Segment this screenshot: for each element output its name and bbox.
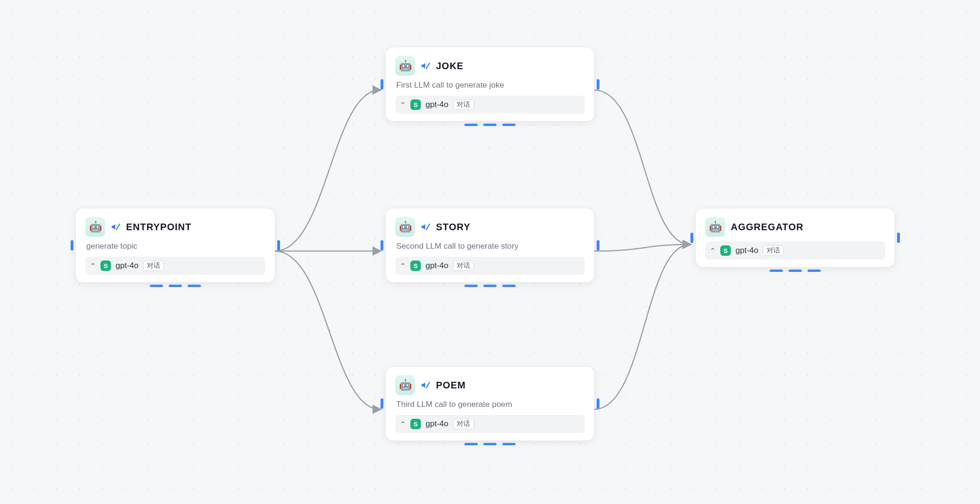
robot-icon: 🤖 bbox=[395, 375, 415, 395]
node-aggregator[interactable]: 🤖 AGGREGATOR ⌃ S gpt-4o 对话 bbox=[696, 208, 895, 267]
chevron-up-icon: ⌃ bbox=[399, 420, 406, 428]
chevron-up-icon: ⌃ bbox=[90, 262, 96, 270]
edge-joke-agg bbox=[594, 90, 690, 244]
handle-out[interactable] bbox=[597, 240, 599, 251]
svg-line-3 bbox=[426, 382, 430, 388]
model-mode-badge: 对话 bbox=[763, 245, 784, 256]
chevron-up-icon: ⌃ bbox=[399, 262, 406, 270]
node-title: POEM bbox=[436, 380, 466, 391]
model-mode-badge: 对话 bbox=[453, 261, 474, 271]
speaker-mute-icon bbox=[421, 380, 430, 390]
resize-handle[interactable] bbox=[464, 285, 516, 287]
model-name: gpt-4o bbox=[426, 100, 448, 109]
openai-icon: S bbox=[720, 245, 731, 256]
speaker-mute-icon bbox=[421, 222, 430, 232]
handle-out[interactable] bbox=[597, 79, 599, 90]
node-entrypoint[interactable]: 🤖 ENTRYPOINT generate topic ⌃ S gpt-4o 对… bbox=[76, 208, 275, 282]
node-description: First LLM call to generate joke bbox=[396, 81, 585, 90]
edge-entry-joke bbox=[275, 90, 380, 251]
node-title: AGGREGATOR bbox=[731, 222, 804, 233]
svg-line-2 bbox=[426, 224, 430, 230]
node-header: 🤖 STORY bbox=[395, 217, 585, 237]
node-description: generate topic bbox=[86, 242, 265, 251]
robot-icon: 🤖 bbox=[395, 217, 415, 237]
model-pill[interactable]: ⌃ S gpt-4o 对话 bbox=[85, 257, 265, 275]
robot-icon: 🤖 bbox=[85, 217, 105, 237]
resize-handle[interactable] bbox=[150, 285, 201, 287]
chevron-up-icon: ⌃ bbox=[709, 247, 716, 254]
node-joke[interactable]: 🤖 JOKE First LLM call to generate joke ⌃… bbox=[386, 47, 594, 121]
model-mode-badge: 对话 bbox=[453, 419, 474, 429]
svg-line-0 bbox=[117, 224, 120, 230]
model-pill[interactable]: ⌃ S gpt-4o 对话 bbox=[705, 242, 885, 260]
robot-icon: 🤖 bbox=[705, 217, 725, 237]
model-name: gpt-4o bbox=[116, 261, 138, 270]
model-pill[interactable]: ⌃ S gpt-4o 对话 bbox=[395, 415, 585, 433]
node-header: 🤖 POEM bbox=[395, 375, 585, 395]
node-header: 🤖 ENTRYPOINT bbox=[85, 217, 265, 237]
openai-icon: S bbox=[410, 261, 421, 271]
node-title: STORY bbox=[436, 222, 471, 233]
handle-out[interactable] bbox=[597, 398, 599, 409]
svg-line-1 bbox=[426, 63, 430, 69]
openai-icon: S bbox=[410, 99, 421, 110]
node-header: 🤖 AGGREGATOR bbox=[705, 217, 885, 237]
speaker-mute-icon bbox=[111, 222, 120, 232]
edge-story-agg bbox=[594, 244, 690, 251]
openai-icon: S bbox=[100, 261, 111, 271]
node-description: Third LLM call to generate poem bbox=[396, 400, 585, 409]
handle-in[interactable] bbox=[381, 398, 383, 409]
edge-poem-agg bbox=[594, 244, 690, 409]
resize-handle[interactable] bbox=[464, 443, 516, 445]
node-story[interactable]: 🤖 STORY Second LLM call to generate stor… bbox=[386, 208, 594, 282]
speaker-mute-icon bbox=[421, 61, 430, 71]
model-mode-badge: 对话 bbox=[143, 261, 164, 271]
handle-out[interactable] bbox=[277, 240, 280, 251]
resize-handle[interactable] bbox=[464, 124, 516, 126]
handle-in[interactable] bbox=[690, 233, 693, 243]
robot-icon: 🤖 bbox=[395, 56, 415, 76]
model-name: gpt-4o bbox=[426, 419, 448, 429]
model-name: gpt-4o bbox=[735, 246, 758, 255]
node-title: ENTRYPOINT bbox=[126, 222, 191, 233]
resize-handle[interactable] bbox=[770, 270, 821, 272]
model-pill[interactable]: ⌃ S gpt-4o 对话 bbox=[395, 257, 585, 275]
handle-in[interactable] bbox=[381, 240, 383, 251]
node-description: Second LLM call to generate story bbox=[396, 242, 585, 251]
openai-icon: S bbox=[410, 419, 421, 429]
model-name: gpt-4o bbox=[426, 261, 448, 270]
handle-in[interactable] bbox=[71, 240, 73, 251]
handle-out[interactable] bbox=[897, 233, 900, 243]
workflow-canvas[interactable]: 🤖 ENTRYPOINT generate topic ⌃ S gpt-4o 对… bbox=[0, 0, 980, 504]
edge-entry-poem bbox=[275, 251, 380, 409]
model-pill[interactable]: ⌃ S gpt-4o 对话 bbox=[395, 96, 585, 114]
node-title: JOKE bbox=[436, 61, 463, 72]
handle-in[interactable] bbox=[381, 79, 383, 90]
node-poem[interactable]: 🤖 POEM Third LLM call to generate poem ⌃… bbox=[386, 367, 594, 441]
chevron-up-icon: ⌃ bbox=[399, 101, 406, 108]
node-header: 🤖 JOKE bbox=[395, 56, 585, 76]
model-mode-badge: 对话 bbox=[453, 99, 474, 110]
